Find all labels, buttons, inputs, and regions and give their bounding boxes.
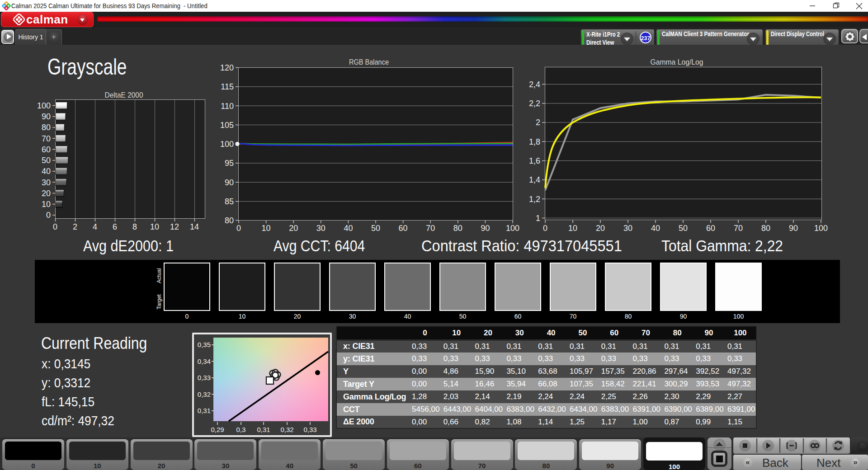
svg-text:105: 105 — [220, 121, 234, 130]
svg-text:0,32: 0,32 — [198, 390, 211, 398]
svg-text:14: 14 — [190, 222, 199, 231]
svg-text:6: 6 — [113, 222, 117, 231]
svg-text:100: 100 — [814, 224, 828, 233]
svg-text:4: 4 — [93, 222, 97, 231]
svg-text:0: 0 — [46, 211, 51, 220]
svg-text:60: 60 — [399, 224, 408, 233]
svg-text:90: 90 — [481, 224, 490, 233]
svg-text:40: 40 — [344, 224, 353, 233]
svg-text:80: 80 — [225, 216, 234, 225]
svg-text:2,2: 2,2 — [529, 99, 540, 108]
svg-text:2,4: 2,4 — [529, 80, 540, 89]
svg-text:50: 50 — [679, 224, 688, 233]
svg-text:115: 115 — [221, 82, 234, 91]
svg-text:1,2: 1,2 — [529, 195, 540, 204]
svg-text:8: 8 — [132, 222, 137, 231]
svg-text:10: 10 — [568, 224, 577, 233]
svg-text:20: 20 — [596, 224, 605, 233]
svg-text:0,32: 0,32 — [280, 426, 293, 433]
svg-text:110: 110 — [221, 102, 234, 111]
svg-text:RGB Balance: RGB Balance — [349, 58, 389, 66]
svg-text:30: 30 — [623, 224, 632, 233]
svg-text:0,31: 0,31 — [198, 407, 211, 414]
svg-text:20: 20 — [42, 189, 51, 198]
svg-text:20: 20 — [289, 224, 298, 233]
svg-text:30: 30 — [42, 178, 51, 187]
svg-text:60: 60 — [42, 145, 51, 154]
svg-text:0: 0 — [236, 224, 241, 233]
svg-text:95: 95 — [225, 159, 234, 168]
svg-text:40: 40 — [42, 167, 51, 176]
svg-text:0,34: 0,34 — [198, 357, 211, 365]
svg-text:85: 85 — [225, 197, 234, 206]
svg-text:100: 100 — [220, 140, 234, 149]
svg-text:2: 2 — [536, 118, 540, 127]
svg-text:10: 10 — [150, 222, 159, 231]
svg-text:50: 50 — [371, 224, 380, 233]
svg-text:90: 90 — [42, 112, 51, 121]
svg-text:1,6: 1,6 — [529, 156, 540, 165]
svg-text:0,29: 0,29 — [211, 426, 224, 433]
svg-text:10: 10 — [262, 224, 271, 233]
svg-text:100: 100 — [506, 224, 519, 233]
svg-text:80: 80 — [453, 224, 462, 233]
svg-text:60: 60 — [706, 224, 715, 233]
svg-text:0,3: 0,3 — [236, 426, 246, 433]
svg-text:30: 30 — [316, 224, 326, 233]
svg-text:Gamma Log/Log: Gamma Log/Log — [651, 58, 703, 66]
svg-text:1,8: 1,8 — [529, 137, 540, 146]
svg-text:10: 10 — [42, 200, 51, 209]
svg-text:70: 70 — [42, 134, 51, 143]
svg-text:12: 12 — [170, 222, 179, 231]
svg-text:90: 90 — [225, 178, 234, 187]
svg-text:100: 100 — [37, 101, 51, 110]
svg-text:120: 120 — [220, 63, 234, 72]
svg-text:calman: calman — [26, 13, 68, 26]
svg-text:0,33: 0,33 — [198, 374, 211, 381]
svg-text:80: 80 — [42, 123, 51, 132]
svg-text:0: 0 — [543, 224, 547, 233]
svg-text:0,33: 0,33 — [303, 426, 316, 433]
svg-text:40: 40 — [651, 224, 660, 233]
svg-text:0,35: 0,35 — [198, 341, 211, 348]
svg-text:90: 90 — [789, 224, 798, 233]
svg-text:70: 70 — [734, 224, 743, 233]
svg-text:1,4: 1,4 — [529, 175, 540, 184]
svg-text:2: 2 — [73, 222, 77, 231]
svg-text:50: 50 — [42, 156, 51, 165]
svg-text:0,31: 0,31 — [257, 426, 270, 433]
svg-text:80: 80 — [761, 224, 770, 233]
svg-text:DeltaE 2000: DeltaE 2000 — [105, 91, 143, 99]
svg-text:70: 70 — [426, 224, 435, 233]
svg-text:0: 0 — [53, 222, 57, 231]
svg-text:1: 1 — [536, 214, 540, 223]
